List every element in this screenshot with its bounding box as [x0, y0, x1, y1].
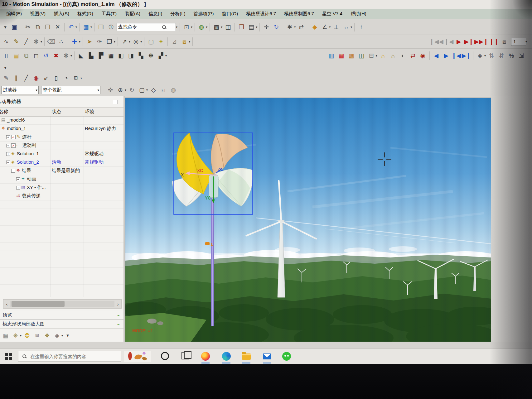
edge-icon[interactable] [222, 352, 231, 361]
solve-cube-caret-icon[interactable]: ▾ [189, 40, 190, 43]
rotate-view-icon[interactable]: ↻ [272, 22, 281, 32]
tree-row-Solution_2[interactable]: −◈Solution_2活动常规驱动 [0, 158, 123, 167]
snap-settings-caret-icon[interactable]: ▾ [41, 40, 42, 43]
settings-icon[interactable]: ✱ [61, 51, 71, 60]
joint-tool-icon[interactable]: ▙ [86, 51, 96, 60]
orient-view-icon[interactable]: ◍ [197, 22, 206, 32]
pause-icon[interactable]: ❙❙ [489, 37, 499, 46]
shading-half-icon[interactable]: ◐ [398, 51, 408, 60]
link-tool-icon[interactable]: ◣ [76, 51, 86, 60]
tree-row-运动副[interactable]: +✓⌐运动副 [0, 142, 123, 150]
start-button-icon[interactable] [5, 353, 12, 360]
tree-checkbox[interactable]: ✓ [11, 135, 16, 139]
find-command-caret-icon[interactable]: ▾ [176, 25, 177, 29]
pattern-profile-caret-icon[interactable]: ▾ [80, 76, 82, 80]
tree-checkbox[interactable]: ✓ [11, 143, 16, 148]
menu-item-12[interactable]: 模德堡制图6.7 [284, 11, 314, 17]
move-object-icon[interactable]: ✛ [262, 22, 271, 32]
tree-row-label[interactable]: 连杆 [22, 134, 31, 140]
tree-row-载荷传递[interactable]: ⇉载荷传递 [0, 192, 123, 200]
clip-plane-icon[interactable]: ⊟ [367, 51, 376, 60]
datum-plane-icon[interactable]: ▢ [146, 37, 156, 46]
tree-row-_model6[interactable]: ▤_model6 [0, 116, 123, 125]
select-scope-icon[interactable]: ⊕ [116, 85, 125, 95]
slider-tool-icon[interactable]: ▛ [96, 51, 106, 60]
tree-row-连杆[interactable]: +✓✎连杆 [0, 133, 123, 142]
tree-row-label[interactable]: 运动副 [22, 142, 36, 148]
motion-measure-icon[interactable]: ⇄ [408, 51, 418, 60]
find-command-input[interactable] [118, 24, 162, 31]
refresh-icon[interactable]: ↺ [41, 51, 51, 60]
go-first-icon[interactable]: ❙◀◀ [429, 37, 443, 46]
view-cube-icon[interactable]: ◈ [475, 51, 485, 60]
part-list-icon[interactable]: ❏ [96, 22, 106, 32]
frame-next-icon[interactable]: ▶ [442, 51, 451, 60]
column-environment[interactable]: 环境 [85, 109, 94, 115]
display-part-caret-icon[interactable]: ▾ [90, 25, 92, 29]
nav-joint-icon[interactable]: ❂ [22, 331, 32, 340]
frame-first-icon[interactable]: ❙◀ [452, 51, 461, 60]
role-arrow-icon[interactable]: ➤ [85, 37, 94, 46]
constraint-icon[interactable]: ⊥ [331, 22, 341, 32]
news-weather-widget[interactable] [124, 351, 151, 362]
tree-row-label[interactable]: Solution_2 [17, 159, 39, 165]
chart-xy-icon[interactable]: ⊿ [170, 37, 179, 46]
pinwheel-pole[interactable] [211, 191, 214, 326]
scroll-right-icon[interactable]: › [114, 301, 121, 307]
pattern-profile-icon[interactable]: ⧉ [71, 74, 81, 83]
swap-order-icon[interactable]: ⇅ [487, 51, 496, 60]
gear-tool-icon[interactable]: ❋ [146, 51, 156, 60]
taskbar-search-input[interactable] [30, 353, 112, 359]
rack-tool-icon[interactable]: ▞ [156, 51, 166, 60]
cut-icon[interactable]: ✂ [23, 22, 32, 32]
mail-icon[interactable] [263, 353, 271, 359]
graphics-viewport[interactable]: X XC ZC YC 1 MODEL=1 [125, 98, 491, 342]
line-icon[interactable]: ╱ [22, 74, 31, 83]
column-name[interactable]: 名称 [0, 109, 8, 115]
nav-linked-cubes-icon[interactable]: ◈ [52, 331, 62, 340]
nav-more-icon[interactable]: ▾ [64, 332, 71, 339]
selection-scope-combo[interactable]: 整个装配 ▾ [41, 86, 100, 94]
copy-icon[interactable]: ⧉ [33, 22, 42, 32]
menu-item-8[interactable]: 分析(L) [170, 11, 185, 17]
tree-row-动画[interactable]: +✦动画 [0, 175, 123, 184]
snap-settings-icon[interactable]: ✱ [31, 37, 41, 46]
dimension-caret-icon[interactable]: ▾ [351, 25, 352, 29]
menu-item-14[interactable]: 帮助(H) [351, 11, 366, 17]
line-tool-icon[interactable]: ╱ [22, 37, 31, 46]
task-view-icon[interactable] [181, 352, 189, 359]
vector-caret-icon[interactable]: ▾ [129, 40, 130, 43]
export-movie-icon[interactable]: ⧈ [500, 37, 509, 46]
rgb-palette-icon[interactable]: ▦ [337, 51, 346, 60]
highlight-icon[interactable]: ✦ [156, 37, 166, 46]
section-view-icon[interactable]: ◫ [357, 51, 366, 60]
new-simulation-icon[interactable]: ▯ [2, 51, 11, 60]
snap-point-icon[interactable]: ✜ [106, 85, 115, 95]
tree-expander-icon[interactable]: − [6, 161, 10, 164]
fit-view-caret-icon[interactable]: ▾ [191, 25, 192, 29]
menu-item-3[interactable]: 插入(S) [54, 11, 69, 17]
frame-last-icon[interactable]: ▶❙ [462, 51, 471, 60]
percent-scale-icon[interactable]: % [507, 51, 516, 60]
arc-icon[interactable]: ◔ [61, 74, 71, 83]
spring-tool-icon[interactable]: ◨ [126, 51, 136, 60]
select-rotate-icon[interactable]: ↻ [127, 85, 137, 95]
window-box-icon[interactable]: ❐ [105, 37, 114, 46]
wechat-icon[interactable] [282, 352, 291, 361]
menu-item-9[interactable]: 首选项(P) [194, 11, 214, 17]
tree-row-label[interactable]: Solution_1 [17, 151, 39, 156]
firefox-icon[interactable] [201, 352, 210, 361]
tree-row-XY-作-[interactable]: +▧XY - 作... [0, 184, 123, 192]
tree-row-label[interactable]: 动画 [27, 176, 36, 182]
annotation-icon[interactable]: ⍿ [356, 22, 366, 32]
tree-expander-icon[interactable]: − [11, 169, 15, 173]
paste-icon[interactable]: ❑ [43, 22, 52, 32]
scrollbar-thumb[interactable] [12, 301, 65, 307]
select-region-icon[interactable]: ▢ [137, 85, 147, 95]
nav-boxes-icon[interactable]: ⧈ [32, 331, 42, 340]
menu-item-13[interactable]: 星空 V7.4 [322, 11, 342, 17]
menu-item-11[interactable]: 模德堡设计6.7 [246, 11, 276, 17]
nav-linked-cubes-caret-icon[interactable]: ▾ [61, 334, 63, 337]
contact-tool-icon[interactable]: ◧ [116, 51, 126, 60]
measure-caret-icon[interactable]: ▾ [329, 25, 331, 29]
